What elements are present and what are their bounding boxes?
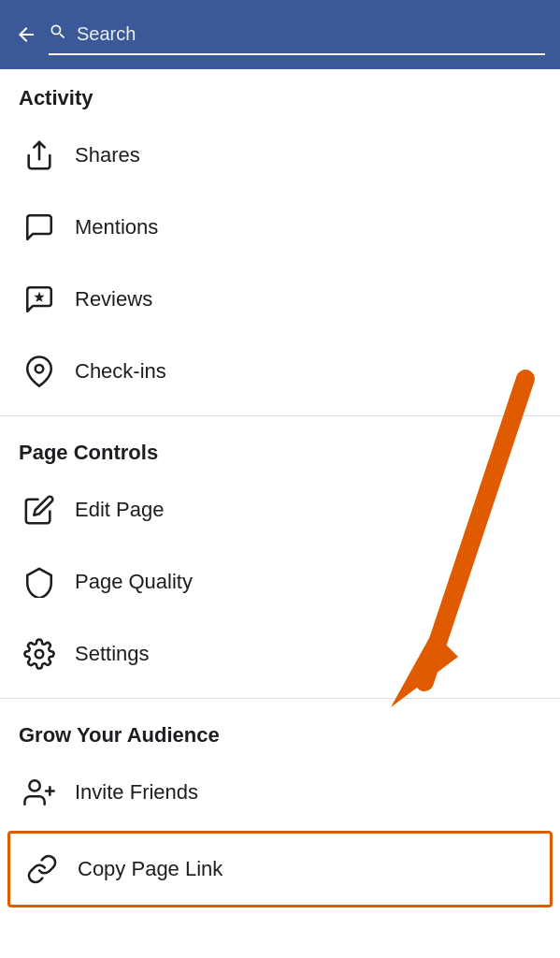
checkins-item[interactable]: Check-ins — [0, 336, 560, 408]
svg-point-3 — [36, 650, 44, 659]
checkins-icon — [19, 351, 60, 392]
copy-page-link-item[interactable]: Copy Page Link — [7, 831, 553, 907]
svg-point-6 — [29, 780, 39, 791]
shares-item[interactable]: Shares — [0, 120, 560, 192]
settings-label: Settings — [75, 642, 150, 666]
mentions-item[interactable]: Mentions — [0, 192, 560, 264]
page-quality-item[interactable]: Page Quality — [0, 546, 560, 618]
reviews-icon — [19, 279, 60, 320]
search-bar[interactable] — [49, 15, 545, 55]
activity-section: Activity Shares Mentions Reviews — [0, 69, 560, 408]
shares-icon — [19, 135, 60, 176]
svg-point-2 — [36, 365, 44, 373]
back-button[interactable] — [15, 23, 37, 46]
copy-page-link-icon — [22, 849, 63, 890]
search-icon — [49, 22, 67, 46]
page-quality-label: Page Quality — [75, 570, 193, 594]
copy-page-link-label: Copy Page Link — [78, 857, 223, 881]
grow-audience-section-header: Grow Your Audience — [0, 706, 560, 757]
settings-item[interactable]: Settings — [0, 618, 560, 690]
divider-1 — [0, 415, 560, 416]
reviews-label: Reviews — [75, 287, 152, 312]
page-quality-icon — [19, 561, 60, 602]
invite-friends-label: Invite Friends — [75, 780, 198, 805]
activity-section-header: Activity — [0, 69, 560, 120]
checkins-label: Check-ins — [75, 359, 166, 384]
reviews-item[interactable]: Reviews — [0, 264, 560, 336]
settings-icon — [19, 633, 60, 675]
edit-page-item[interactable]: Edit Page — [0, 474, 560, 546]
mentions-icon — [19, 207, 60, 248]
edit-page-icon — [19, 489, 60, 530]
edit-page-label: Edit Page — [75, 498, 164, 522]
page-controls-section: Page Controls Edit Page Page Quality Set… — [0, 424, 560, 690]
header — [0, 0, 560, 69]
page-controls-section-header: Page Controls — [0, 424, 560, 474]
grow-audience-section: Grow Your Audience Invite Friends Copy P… — [0, 706, 560, 907]
divider-2 — [0, 698, 560, 699]
shares-label: Shares — [75, 143, 140, 167]
mentions-label: Mentions — [75, 215, 158, 240]
search-input[interactable] — [77, 23, 545, 45]
invite-friends-icon — [19, 772, 60, 813]
invite-friends-item[interactable]: Invite Friends — [0, 757, 560, 829]
